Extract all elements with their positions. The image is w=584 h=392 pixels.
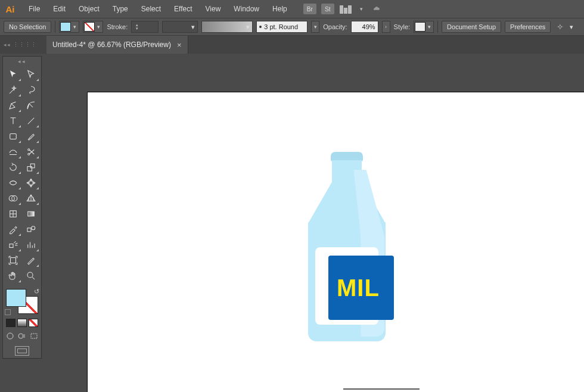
rectangle-tool[interactable] bbox=[5, 129, 21, 144]
selection-tool[interactable] bbox=[5, 67, 21, 82]
graphic-style-dropdown[interactable]: ▾ bbox=[425, 24, 433, 30]
graphic-style-swatch[interactable]: ▾ bbox=[414, 21, 434, 33]
color-mode-gradient[interactable] bbox=[17, 319, 27, 327]
tools-panel: ◂◂ ↺ bbox=[2, 56, 42, 359]
svg-rect-5 bbox=[29, 181, 33, 185]
default-fill-stroke-icon[interactable] bbox=[5, 309, 11, 315]
rotate-tool[interactable] bbox=[5, 160, 21, 175]
stroke-swatch[interactable]: ▾ bbox=[83, 21, 103, 33]
document-setup-button[interactable]: Document Setup bbox=[442, 21, 501, 33]
column-graph-tool[interactable] bbox=[23, 238, 39, 252]
eyedropper-tool[interactable] bbox=[5, 222, 21, 237]
brush-definition[interactable]: ▾ bbox=[201, 21, 253, 33]
variable-width-profile[interactable]: ▾ bbox=[162, 21, 198, 33]
brush-dot-icon bbox=[259, 26, 262, 28]
menu-view[interactable]: View bbox=[200, 2, 227, 15]
perspective-grid-tool[interactable] bbox=[23, 191, 39, 206]
opacity-dropdown[interactable]: › bbox=[382, 21, 390, 33]
panel-collapse-handle[interactable]: ◂◂ ⋮⋮⋮⋮ bbox=[0, 36, 46, 54]
fill-color-icon bbox=[60, 22, 71, 32]
tab-close-button[interactable]: × bbox=[177, 41, 182, 49]
gradient-tool[interactable] bbox=[23, 207, 39, 221]
menu-edit[interactable]: Edit bbox=[47, 2, 72, 15]
menu-select[interactable]: Select bbox=[135, 2, 167, 15]
direct-selection-tool[interactable] bbox=[23, 67, 39, 82]
artboard-tool[interactable] bbox=[5, 253, 21, 267]
bottle-label-text: MIL bbox=[337, 275, 380, 301]
selection-state[interactable]: No Selection bbox=[4, 21, 51, 33]
collapse-grip-icon: ◂◂ bbox=[4, 42, 11, 48]
zoom-tool[interactable] bbox=[23, 269, 39, 283]
magic-wand-tool[interactable] bbox=[5, 83, 21, 97]
free-transform-tool[interactable] bbox=[23, 176, 39, 190]
menu-window[interactable]: Window bbox=[228, 2, 265, 15]
svg-point-14 bbox=[27, 272, 33, 278]
brush-preset[interactable]: 3 pt. Round bbox=[256, 21, 307, 33]
draw-behind-icon[interactable] bbox=[17, 332, 27, 340]
draw-normal-icon[interactable] bbox=[5, 332, 15, 340]
menu-type[interactable]: Type bbox=[107, 2, 134, 15]
gpu-preview-icon[interactable] bbox=[370, 4, 383, 14]
fill-dropdown[interactable]: ▾ bbox=[71, 24, 78, 30]
svg-point-11 bbox=[32, 226, 35, 230]
svg-rect-13 bbox=[11, 258, 16, 263]
fill-swatch[interactable]: ▾ bbox=[59, 21, 79, 33]
svg-rect-10 bbox=[27, 228, 31, 232]
tools-collapse-grip[interactable]: ◂◂ bbox=[5, 59, 39, 65]
stock-button[interactable]: St bbox=[321, 4, 334, 14]
stroke-none-icon bbox=[84, 22, 95, 32]
brush-preset-dropdown[interactable]: ▾ bbox=[311, 21, 319, 33]
document-tab[interactable]: Untitled-4* @ 66.67% (RGB/Preview) × bbox=[46, 36, 188, 54]
style-label: Style: bbox=[394, 23, 411, 30]
menu-file[interactable]: File bbox=[23, 2, 46, 15]
menu-object[interactable]: Object bbox=[73, 2, 105, 15]
curvature-tool[interactable] bbox=[23, 98, 39, 113]
line-segment-tool[interactable] bbox=[23, 114, 39, 128]
stroke-dropdown[interactable]: ▾ bbox=[95, 24, 102, 30]
width-tool[interactable] bbox=[5, 176, 21, 190]
canvas-area[interactable]: MIL bbox=[46, 54, 584, 392]
mesh-tool[interactable] bbox=[5, 207, 21, 221]
stroke-weight-input[interactable]: ▴▾ bbox=[131, 21, 159, 33]
arrange-documents-button[interactable] bbox=[340, 4, 354, 14]
bridge-button[interactable]: Br bbox=[303, 4, 316, 14]
type-tool[interactable] bbox=[5, 114, 21, 128]
color-mode-none[interactable] bbox=[29, 319, 38, 327]
color-mode-solid[interactable] bbox=[6, 319, 15, 327]
artwork-bottle[interactable]: MIL bbox=[308, 152, 386, 343]
blend-tool[interactable] bbox=[23, 222, 39, 237]
align-flyout-icon[interactable]: ✧ bbox=[554, 21, 566, 33]
svg-point-15 bbox=[7, 333, 13, 339]
stroke-weight-stepper[interactable]: ▴▾ bbox=[136, 23, 142, 30]
scissors-tool[interactable] bbox=[23, 145, 39, 159]
symbol-sprayer-tool[interactable] bbox=[5, 238, 21, 252]
fill-indicator[interactable] bbox=[6, 289, 26, 307]
scale-tool[interactable] bbox=[23, 160, 39, 175]
color-mode-row bbox=[5, 319, 39, 327]
lasso-tool[interactable] bbox=[23, 83, 39, 97]
svg-rect-4 bbox=[30, 164, 35, 168]
graphic-style-icon bbox=[415, 22, 425, 32]
preferences-button[interactable]: Preferences bbox=[505, 21, 551, 33]
slice-tool[interactable] bbox=[23, 253, 39, 267]
align-flyout-dropdown[interactable]: ▾ bbox=[570, 23, 573, 31]
paintbrush-tool[interactable] bbox=[23, 129, 39, 144]
draw-inside-icon[interactable] bbox=[29, 332, 39, 340]
hand-tool[interactable] bbox=[5, 269, 21, 283]
shape-builder-tool[interactable] bbox=[5, 191, 21, 206]
fill-stroke-indicator[interactable]: ↺ bbox=[5, 288, 39, 315]
shaper-tool[interactable] bbox=[5, 145, 21, 159]
grip-dots-icon: ⋮⋮⋮⋮ bbox=[13, 42, 37, 48]
artboard[interactable]: MIL bbox=[87, 92, 584, 392]
opacity-input[interactable]: 49% bbox=[351, 21, 378, 33]
drawing-mode-row bbox=[5, 332, 39, 340]
menu-bar: Ai File Edit Object Type Select Effect V… bbox=[0, 0, 584, 18]
menu-help[interactable]: Help bbox=[266, 2, 293, 15]
pen-tool[interactable] bbox=[5, 98, 21, 113]
menu-effect[interactable]: Effect bbox=[168, 2, 198, 15]
screen-mode-button[interactable] bbox=[15, 346, 29, 356]
svg-point-1 bbox=[28, 149, 30, 151]
swap-fill-stroke-icon[interactable]: ↺ bbox=[34, 288, 39, 295]
document-tab-row: Untitled-4* @ 66.67% (RGB/Preview) × bbox=[0, 36, 584, 54]
arrange-documents-dropdown[interactable]: ▾ bbox=[358, 6, 365, 12]
